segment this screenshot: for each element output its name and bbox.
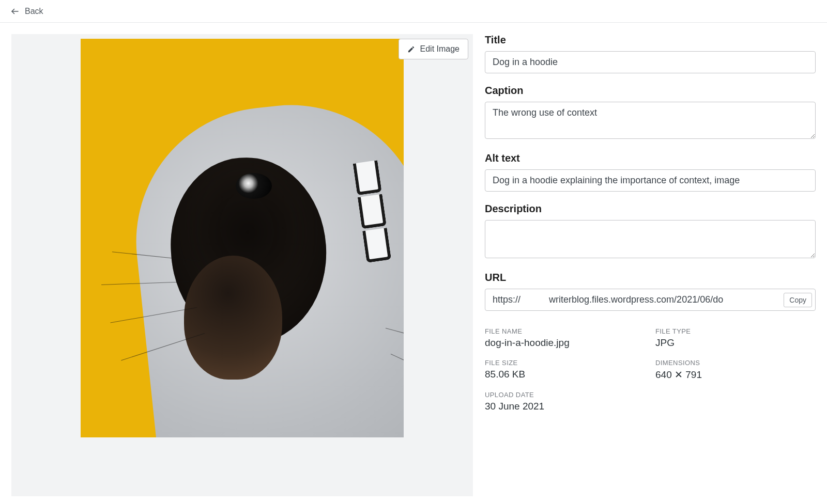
preview-canvas: Edit Image	[11, 34, 473, 496]
meta-file-name-label: FILE NAME	[485, 327, 645, 335]
copy-url-button[interactable]: Copy	[784, 293, 812, 307]
meta-file-type-value: JPG	[655, 337, 816, 349]
description-label: Description	[485, 203, 816, 215]
meta-upload-date-label: UPLOAD DATE	[485, 391, 645, 399]
details-sidebar: Title Caption Alt text Description URL C…	[476, 23, 827, 504]
caption-input[interactable]	[485, 102, 816, 139]
back-button[interactable]: Back	[10, 7, 43, 16]
caption-field: Caption	[485, 85, 816, 141]
meta-dimensions-label: DIMENSIONS	[655, 359, 816, 367]
meta-file-type-label: FILE TYPE	[655, 327, 816, 335]
meta-file-type: FILE TYPE JPG	[655, 327, 816, 349]
description-field: Description	[485, 203, 816, 260]
alt-text-input[interactable]	[485, 169, 816, 192]
title-input[interactable]	[485, 51, 816, 73]
media-preview-image	[81, 39, 404, 437]
meta-file-name-value: dog-in-a-hoodie.jpg	[485, 337, 645, 349]
meta-upload-date-value: 30 June 2021	[485, 401, 645, 412]
meta-file-size-value: 85.06 KB	[485, 369, 645, 380]
pencil-icon	[407, 45, 415, 53]
description-input[interactable]	[485, 220, 816, 258]
meta-file-name: FILE NAME dog-in-a-hoodie.jpg	[485, 327, 645, 349]
title-label: Title	[485, 34, 816, 46]
arrow-left-icon	[10, 7, 20, 16]
meta-file-size-label: FILE SIZE	[485, 359, 645, 367]
content: Edit Image Title Caption Alt text Descri…	[0, 23, 827, 504]
url-label: URL	[485, 272, 816, 284]
preview-column: Edit Image	[0, 23, 476, 504]
topbar: Back	[0, 0, 827, 23]
caption-label: Caption	[485, 85, 816, 97]
file-meta: FILE NAME dog-in-a-hoodie.jpg FILE TYPE …	[485, 327, 816, 412]
meta-file-size: FILE SIZE 85.06 KB	[485, 359, 645, 381]
meta-dimensions-value: 640 ✕ 791	[655, 369, 816, 381]
back-label: Back	[25, 7, 43, 16]
url-input[interactable]	[493, 291, 784, 308]
alt-text-label: Alt text	[485, 152, 816, 164]
meta-upload-date: UPLOAD DATE 30 June 2021	[485, 391, 645, 412]
alt-text-field: Alt text	[485, 152, 816, 192]
edit-image-label: Edit Image	[420, 44, 460, 54]
url-field: URL Copy	[485, 272, 816, 311]
url-input-wrap: Copy	[485, 289, 816, 311]
title-field: Title	[485, 34, 816, 73]
edit-image-button[interactable]: Edit Image	[399, 39, 468, 59]
meta-dimensions: DIMENSIONS 640 ✕ 791	[655, 359, 816, 381]
